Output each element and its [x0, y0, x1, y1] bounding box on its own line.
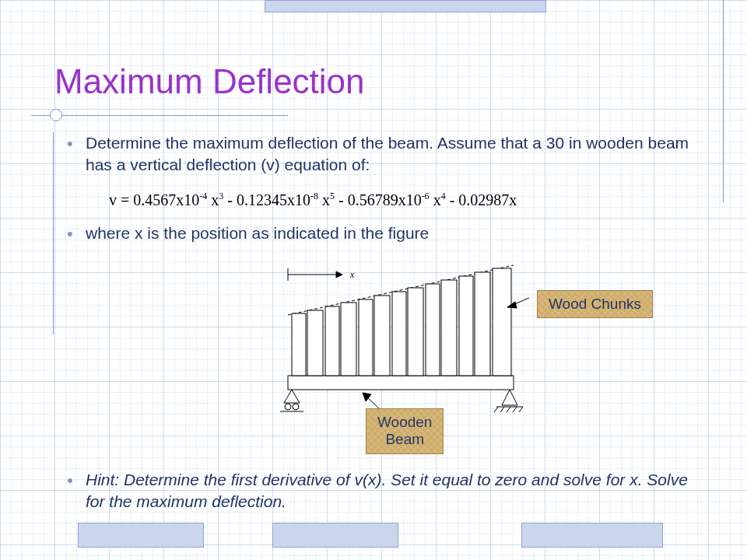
svg-rect-17	[493, 268, 511, 376]
bullet-3-hint: Hint: Determine the first derivative of …	[86, 469, 693, 513]
svg-rect-14	[441, 280, 457, 376]
svg-rect-10	[374, 296, 390, 376]
svg-rect-7	[325, 306, 339, 376]
eq-t2-var: x	[322, 191, 330, 208]
eq-t1-coef: 0.4567x10	[133, 191, 199, 208]
eq-minus-1: -	[227, 191, 233, 208]
svg-line-24	[494, 407, 498, 412]
svg-marker-22	[502, 390, 517, 405]
equation: v = 0.4567x10-4 x3 - 0.12345x10-8 x5 - 0…	[109, 191, 693, 209]
eq-t3-exp10: -6	[422, 191, 430, 201]
eq-t1-exp10: -4	[199, 191, 207, 201]
slide-content: Maximum Deflection Determine the maximum…	[0, 0, 747, 560]
beam-figure: x Wood Chunks Wooden Beam	[54, 259, 693, 461]
svg-line-27	[513, 407, 517, 412]
bottom-decor-1	[78, 523, 204, 548]
svg-point-19	[285, 404, 291, 410]
title-rule-line	[31, 115, 288, 116]
svg-rect-16	[475, 272, 490, 376]
bullet-2: where x is the position as indicated in …	[86, 222, 693, 244]
svg-rect-15	[459, 276, 473, 376]
decor-side-line	[53, 132, 54, 334]
svg-rect-6	[307, 310, 323, 376]
eq-t3-coef: 0.56789x10	[348, 191, 422, 208]
label-wooden-beam-l2: Beam	[385, 431, 424, 447]
label-wood-chunks: Wood Chunks	[537, 290, 653, 318]
eq-t2-exp10: -8	[310, 191, 318, 201]
bullet-1: Determine the maximum deflection of the …	[86, 132, 693, 177]
eq-t1-pow: 3	[219, 191, 223, 201]
svg-line-26	[507, 407, 510, 412]
bullet-list-2: where x is the position as indicated in …	[54, 222, 693, 244]
eq-lhs: v	[109, 191, 117, 208]
eq-minus-3: -	[450, 191, 455, 208]
eq-t4: 0.02987x	[458, 191, 517, 208]
bottom-decor-2	[272, 523, 398, 548]
svg-line-28	[519, 407, 523, 412]
svg-rect-3	[288, 376, 514, 390]
eq-t2-pow: 5	[330, 191, 335, 201]
eq-t2-coef: 0.12345x10	[237, 191, 310, 208]
label-wooden-beam-l1: Wooden	[377, 414, 432, 430]
bottom-decor-3	[521, 523, 663, 548]
svg-rect-9	[359, 299, 373, 376]
svg-rect-12	[408, 288, 423, 376]
eq-minus-2: -	[338, 191, 344, 208]
bullet-list-3: Hint: Determine the first derivative of …	[54, 469, 693, 513]
bullet-list: Determine the maximum deflection of the …	[54, 132, 693, 177]
svg-rect-13	[426, 284, 440, 376]
title-rule	[54, 110, 693, 121]
figure-x-label: x	[350, 269, 354, 281]
svg-rect-11	[392, 292, 406, 376]
svg-line-25	[500, 407, 504, 412]
eq-t1-var: x	[211, 191, 219, 208]
svg-rect-8	[341, 303, 356, 376]
beam-svg	[218, 259, 529, 422]
title-rule-circle	[50, 109, 62, 121]
svg-marker-2	[336, 271, 342, 278]
eq-equals: =	[121, 191, 129, 208]
svg-marker-18	[284, 390, 300, 403]
eq-t3-var: x	[433, 191, 441, 208]
slide-title: Maximum Deflection	[54, 62, 693, 101]
svg-rect-5	[292, 313, 306, 376]
label-wooden-beam: Wooden Beam	[366, 408, 444, 455]
eq-t3-pow: 4	[441, 191, 446, 201]
svg-point-20	[293, 404, 299, 410]
